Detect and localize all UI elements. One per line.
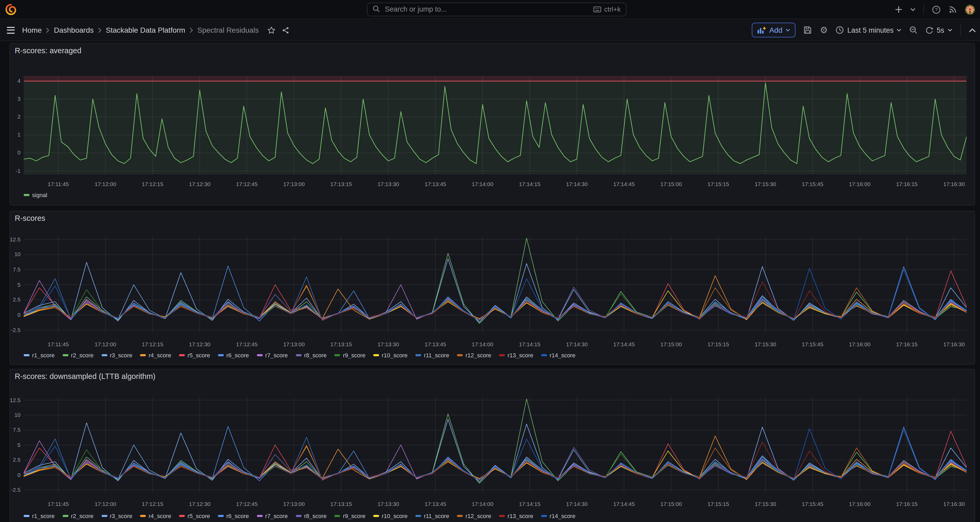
save-dashboard-icon[interactable] bbox=[803, 26, 812, 34]
clock-icon bbox=[836, 26, 844, 34]
legend-item-r5_score[interactable]: r5_score bbox=[179, 352, 210, 358]
legend-swatch bbox=[63, 354, 68, 356]
legend-item-r12_score[interactable]: r12_score bbox=[457, 513, 491, 519]
legend-item-r2_score[interactable]: r2_score bbox=[63, 513, 94, 519]
panel-title[interactable]: R-scores: downsampled (LTTB algorithm) bbox=[15, 372, 156, 380]
legend-label: r2_score bbox=[71, 513, 94, 519]
x-axis-tick-label: 17:15:15 bbox=[700, 181, 736, 187]
x-axis-tick-label: 17:16:00 bbox=[842, 341, 878, 347]
refresh-picker[interactable]: 5s bbox=[926, 26, 952, 34]
x-axis-tick-label: 17:12:30 bbox=[182, 341, 218, 347]
time-series-chart[interactable] bbox=[24, 236, 967, 332]
legend-item-r8_score[interactable]: r8_score bbox=[296, 513, 327, 519]
share-icon[interactable] bbox=[282, 26, 289, 34]
x-axis-tick-label: 17:13:45 bbox=[417, 181, 453, 187]
legend-item-r10_score[interactable]: r10_score bbox=[373, 352, 407, 358]
legend-item-r7_score[interactable]: r7_score bbox=[257, 513, 288, 519]
legend-item-r14_score[interactable]: r14_score bbox=[541, 513, 576, 519]
add-button[interactable]: Add bbox=[752, 23, 796, 37]
x-axis-tick-label: 17:13:15 bbox=[323, 501, 359, 507]
legend-item-r6_score[interactable]: r6_score bbox=[218, 352, 249, 358]
legend-label: signal bbox=[32, 192, 48, 198]
chart-area[interactable] bbox=[24, 76, 967, 174]
panel-r-scores: R-scores 12.5107.552.50-2.5 17:11:4517:1… bbox=[10, 211, 975, 365]
new-plus-button[interactable] bbox=[895, 6, 902, 13]
breadcrumb-home[interactable]: Home bbox=[22, 26, 42, 34]
help-icon[interactable]: ? bbox=[932, 5, 940, 14]
legend-item-r9_score[interactable]: r9_score bbox=[334, 352, 366, 358]
legend-item-r10_score[interactable]: r10_score bbox=[373, 513, 407, 519]
time-range-picker[interactable]: Last 5 minutes bbox=[836, 26, 902, 34]
kiosk-caret-up-icon[interactable] bbox=[969, 28, 976, 32]
legend-label: r6_score bbox=[226, 513, 249, 519]
x-axis-tick-label: 17:16:30 bbox=[936, 341, 972, 347]
x-axis-tick-label: 17:12:45 bbox=[229, 341, 265, 347]
time-series-chart[interactable] bbox=[24, 76, 967, 174]
legend-swatch bbox=[373, 354, 379, 356]
legend-item-r4_score[interactable]: r4_score bbox=[140, 352, 171, 358]
chart-area[interactable] bbox=[24, 236, 967, 332]
legend: signal bbox=[24, 192, 969, 198]
favorite-star-icon[interactable] bbox=[267, 26, 275, 34]
panel-title[interactable]: R-scores: averaged bbox=[15, 46, 81, 55]
search-input[interactable] bbox=[384, 5, 589, 14]
legend-item-r13_score[interactable]: r13_score bbox=[499, 352, 533, 358]
x-axis: 17:11:4517:12:0017:12:1517:12:3017:12:45… bbox=[24, 341, 967, 348]
chart-area[interactable] bbox=[24, 397, 967, 492]
breadcrumb-dashboards[interactable]: Dashboards bbox=[54, 26, 94, 34]
grafana-logo-icon[interactable] bbox=[5, 4, 17, 15]
legend-swatch bbox=[63, 515, 68, 517]
legend-item-r2_score[interactable]: r2_score bbox=[63, 352, 94, 358]
legend-swatch bbox=[334, 515, 340, 517]
menu-hamburger-icon[interactable] bbox=[6, 26, 16, 35]
time-series-chart[interactable] bbox=[24, 397, 967, 492]
legend-swatch bbox=[499, 354, 505, 356]
legend-swatch bbox=[140, 354, 146, 356]
y-axis-tick-label: 0 bbox=[18, 471, 21, 478]
x-axis-tick-label: 17:12:15 bbox=[135, 181, 170, 187]
legend-label: r10_score bbox=[382, 352, 407, 358]
legend-item-r1_score[interactable]: r1_score bbox=[24, 352, 55, 358]
legend-item-r12_score[interactable]: r12_score bbox=[457, 352, 491, 358]
x-axis-tick-label: 17:14:30 bbox=[559, 181, 595, 187]
legend-item-r14_score[interactable]: r14_score bbox=[541, 352, 576, 358]
legend-item-r9_score[interactable]: r9_score bbox=[334, 513, 366, 519]
legend-item-signal[interactable]: signal bbox=[24, 192, 48, 198]
legend-label: r10_score bbox=[382, 513, 407, 519]
x-axis-tick-label: 17:13:00 bbox=[276, 341, 312, 347]
panel-title[interactable]: R-scores bbox=[15, 214, 45, 222]
x-axis-tick-label: 17:16:30 bbox=[936, 181, 972, 187]
breadcrumb-folder[interactable]: Stackable Data Platform bbox=[106, 26, 185, 34]
legend-item-r11_score[interactable]: r11_score bbox=[415, 352, 449, 358]
new-chevron-down-icon[interactable] bbox=[910, 7, 915, 11]
y-axis-tick-label: 0 bbox=[18, 149, 21, 156]
legend-swatch bbox=[373, 515, 379, 517]
legend-item-r3_score[interactable]: r3_score bbox=[101, 352, 132, 358]
x-axis-tick-label: 17:14:00 bbox=[465, 501, 500, 507]
x-axis-tick-label: 17:16:00 bbox=[842, 181, 878, 187]
x-axis-tick-label: 17:16:15 bbox=[889, 341, 925, 347]
panel-r-scores-downsampled: R-scores: downsampled (LTTB algorithm) 1… bbox=[10, 369, 975, 522]
x-axis-tick-label: 17:12:15 bbox=[135, 341, 170, 347]
legend-item-r8_score[interactable]: r8_score bbox=[296, 352, 327, 358]
user-avatar[interactable] bbox=[965, 5, 975, 14]
legend-item-r3_score[interactable]: r3_score bbox=[101, 513, 132, 519]
x-axis-tick-label: 17:16:00 bbox=[842, 501, 878, 507]
x-axis-tick-label: 17:12:00 bbox=[88, 341, 123, 347]
legend-label: r14_score bbox=[550, 352, 576, 358]
legend-item-r6_score[interactable]: r6_score bbox=[218, 513, 249, 519]
x-axis-tick-label: 17:15:30 bbox=[748, 181, 783, 187]
legend-label: r1_score bbox=[32, 513, 55, 519]
legend-item-r11_score[interactable]: r11_score bbox=[415, 513, 449, 519]
legend-item-r4_score[interactable]: r4_score bbox=[140, 513, 171, 519]
refresh-interval-label: 5s bbox=[937, 26, 944, 34]
legend-item-r1_score[interactable]: r1_score bbox=[24, 513, 55, 519]
x-axis-tick-label: 17:13:30 bbox=[371, 341, 406, 347]
news-rss-icon[interactable] bbox=[948, 5, 957, 14]
search-box[interactable]: ctrl+k bbox=[367, 2, 627, 16]
zoom-out-icon[interactable] bbox=[909, 26, 918, 34]
legend-item-r13_score[interactable]: r13_score bbox=[499, 513, 533, 519]
legend-item-r7_score[interactable]: r7_score bbox=[257, 352, 288, 358]
dashboard-settings-gear-icon[interactable]: ⚙ bbox=[820, 26, 828, 35]
legend-item-r5_score[interactable]: r5_score bbox=[179, 513, 210, 519]
